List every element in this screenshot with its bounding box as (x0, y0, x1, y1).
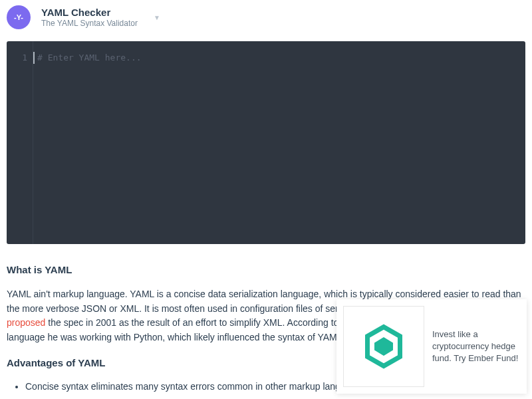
ad-text: Invest like a cryptocurrency hedge fund.… (432, 329, 520, 365)
app-title: YAML Checker (41, 7, 138, 19)
yaml-editor[interactable]: 1 # Enter YAML here... (7, 41, 525, 244)
ad-card[interactable]: Invest like a cryptocurrency hedge fund.… (336, 299, 527, 394)
list-item: YAML allows easy reuse of redundant conf… (25, 396, 525, 399)
editor-cursor (33, 52, 35, 64)
editor-placeholder: # Enter YAML here... (36, 52, 525, 64)
title-block: YAML Checker The YAML Syntax Validator (41, 7, 138, 28)
section-heading-what-is-yaml: What is YAML (7, 264, 525, 275)
ad-image (343, 306, 424, 387)
editor-gutter: 1 (7, 41, 33, 244)
dropdown-caret-icon[interactable]: ▼ (154, 14, 160, 21)
editor-code-area[interactable]: # Enter YAML here... (33, 41, 525, 244)
app-subtitle: The YAML Syntax Validator (41, 19, 138, 28)
app-logo: -Y- (7, 5, 31, 29)
ember-fund-icon (360, 323, 407, 370)
proposed-link[interactable]: proposed (7, 317, 45, 328)
svg-marker-1 (374, 337, 393, 356)
line-number: 1 (7, 52, 27, 64)
app-header: -Y- YAML Checker The YAML Syntax Validat… (0, 0, 532, 35)
